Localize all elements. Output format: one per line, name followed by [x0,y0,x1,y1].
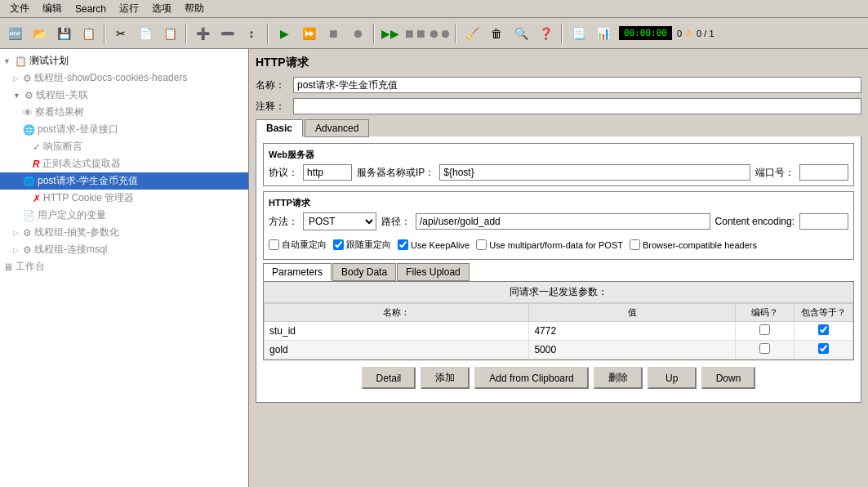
tab-body-data[interactable]: Body Data [332,263,396,281]
run-counter: 0 / 1 [697,29,714,38]
menu-help[interactable]: 帮助 [178,0,211,17]
expand-icon-3: ▷ [13,229,19,237]
port-input[interactable] [799,164,848,181]
keep-alive-label[interactable]: Use KeepAlive [398,239,470,250]
add-button[interactable]: 添加 [421,367,470,389]
menu-run[interactable]: 运行 [113,0,145,17]
tab-basic[interactable]: Basic [256,119,303,137]
tree-label-plan: 测试计划 [29,54,69,68]
comment-input[interactable] [293,98,861,114]
menu-options[interactable]: 选项 [145,0,178,17]
tree-label-response: 响应断言 [43,140,82,154]
separator-4 [373,24,375,43]
include-eq-checkbox-2[interactable] [818,343,829,354]
collapse-button[interactable]: ➖ [216,22,238,45]
http-request-label: HTTP请求 [269,197,848,209]
remote-start-button[interactable]: ▶▶ [379,22,402,45]
follow-redirect-label[interactable]: 跟随重定向 [333,239,391,251]
browser-headers-text: Browser-compatible headers [643,240,757,250]
protocol-input[interactable] [303,164,352,181]
tree-item-thread1[interactable]: ▷ ⚙ 线程组-showDocs-cookies-headers [0,69,248,87]
search-toolbar-button[interactable]: 🔍 [510,22,532,45]
delete-button[interactable]: 删除 [594,367,643,389]
remote-stop-button[interactable]: ⏹⏹ [403,22,426,45]
tree-label-workbench: 工作台 [16,260,45,274]
regex-icon: R [33,159,40,170]
server-input[interactable] [439,164,750,181]
save-as-button[interactable]: 📋 [77,22,100,45]
report-button[interactable]: 📊 [591,22,614,45]
inner-tabs: Parameters Body Data Files Upload [263,263,854,281]
shutdown-button[interactable]: ⏺ [346,22,369,45]
browser-headers-label[interactable]: Browser-compatible headers [630,239,757,250]
encode-checkbox-2[interactable] [759,343,770,354]
new-button[interactable]: 🆕 [3,22,26,45]
run-no-pause-button[interactable]: ⏩ [297,22,320,45]
up-button[interactable]: Up [648,367,697,389]
save-button[interactable]: 💾 [52,22,75,45]
tab-files-upload[interactable]: Files Upload [397,263,470,281]
down-button[interactable]: Down [701,367,756,389]
http-request-section: HTTP请求 方法： POST GET PUT DELETE 路径： Conte… [263,191,854,260]
clear-all-button[interactable]: 🗑 [485,22,508,45]
menu-search[interactable]: Search [69,2,113,16]
zero-count: 0 [677,29,682,38]
run-button[interactable]: ▶ [273,22,296,45]
tab-advanced[interactable]: Advanced [305,119,369,137]
tree-item-thread3[interactable]: ▷ ⚙ 线程组-抽奖-参数化 [0,224,248,241]
clear-button[interactable]: 🧹 [461,22,483,45]
keep-alive-checkbox[interactable] [398,239,408,250]
tree-item-login[interactable]: 🌐 post请求-登录接口 [0,121,248,138]
tree-item-vars[interactable]: 📄 用户定义的变量 [0,207,248,224]
path-input[interactable] [416,213,710,230]
auto-redirect-checkbox[interactable] [269,239,279,250]
param-encode-2 [735,341,794,360]
login-icon: 🌐 [23,124,35,136]
tree-item-regex[interactable]: R 正则表达式提取器 [0,155,248,172]
tree-item-response[interactable]: ✓ 响应断言 [0,138,248,155]
encode-checkbox-1[interactable] [759,324,770,335]
tree-item-cookie[interactable]: ✗ HTTP Cookie 管理器 [0,190,248,207]
browser-headers-checkbox[interactable] [630,239,640,250]
open-button[interactable]: 📂 [28,22,51,45]
separator-3 [267,24,269,43]
remote-shutdown-button[interactable]: ⏺⏺ [428,22,451,45]
tree-item-plan[interactable]: ▼ 📋 测试计划 [0,52,248,69]
list-button[interactable]: 📃 [567,22,590,45]
expand-button[interactable]: ➕ [191,22,214,45]
tree-item-thread4[interactable]: ▷ ⚙ 线程组-连接msql [0,241,248,258]
method-select[interactable]: POST GET PUT DELETE [303,212,376,230]
encoding-input[interactable] [799,213,848,230]
multipart-label[interactable]: Use multipart/form-data for POST [476,239,623,250]
name-row: 名称： [256,77,861,93]
tree-item-thread2[interactable]: ▼ ⚙ 线程组-关联 [0,87,248,104]
cut-button[interactable]: ✂ [109,22,132,45]
content-panel: HTTP请求 名称： 注释： Basic Advanced Web服务器 [249,49,868,487]
stop-button[interactable]: ⏹ [322,22,345,45]
name-input[interactable] [293,77,861,93]
main-container: ▼ 📋 测试计划 ▷ ⚙ 线程组-showDocs-cookies-header… [0,49,868,487]
tree-item-view[interactable]: 👁 察看结果树 [0,104,248,121]
toggle-button[interactable]: ↕ [240,22,263,45]
tab-parameters[interactable]: Parameters [263,263,332,281]
auto-redirect-label[interactable]: 自动重定向 [269,239,327,251]
follow-redirect-checkbox[interactable] [333,239,344,250]
menu-edit[interactable]: 编辑 [36,0,69,17]
add-clipboard-button[interactable]: Add from Clipboard [474,367,588,389]
multipart-checkbox[interactable] [476,239,487,250]
tree-item-workbench[interactable]: 🖥 工作台 [0,258,248,275]
detail-button[interactable]: Detail [362,367,416,389]
tab-content: Web服务器 协议： 服务器名称或IP： 端口号： HTTP请求 方法： [256,136,861,403]
menu-file[interactable]: 文件 [3,0,36,17]
tree-item-gold[interactable]: 🌐 post请求-学生金币充值 [0,172,248,190]
paste-button[interactable]: 📋 [158,22,181,45]
copy-button[interactable]: 📄 [134,22,157,45]
tree-label-cookie: HTTP Cookie 管理器 [43,191,134,205]
help-button[interactable]: ❓ [534,22,557,45]
web-server-section: Web服务器 协议： 服务器名称或IP： 端口号： [263,143,854,186]
web-server-row: 协议： 服务器名称或IP： 端口号： [269,164,848,181]
separator-2 [185,24,187,43]
name-label: 名称： [256,78,288,92]
include-eq-checkbox-1[interactable] [818,324,829,335]
col-value: 值 [529,304,735,322]
